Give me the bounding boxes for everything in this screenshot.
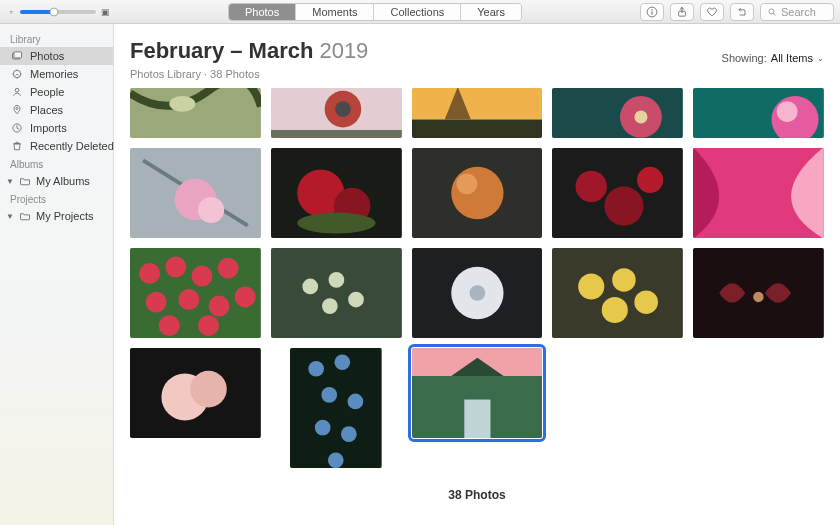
svg-point-45 xyxy=(218,258,239,279)
photo-thumb-selected[interactable] xyxy=(412,348,543,438)
svg-point-22 xyxy=(635,110,648,123)
svg-point-13 xyxy=(169,96,195,112)
sidebar-item-memories[interactable]: Memories xyxy=(0,65,113,83)
svg-point-38 xyxy=(605,186,644,225)
svg-point-43 xyxy=(165,256,186,277)
svg-point-51 xyxy=(198,315,219,336)
photo-stack-icon xyxy=(10,49,24,63)
svg-point-62 xyxy=(613,268,637,292)
svg-point-54 xyxy=(328,272,344,288)
photo-row xyxy=(130,348,824,468)
svg-point-34 xyxy=(451,167,503,219)
search-icon xyxy=(767,7,777,17)
tab-collections[interactable]: Collections xyxy=(374,4,461,20)
svg-rect-80 xyxy=(464,400,490,438)
svg-rect-60 xyxy=(552,248,683,338)
photo-thumb[interactable] xyxy=(693,248,824,338)
sidebar-heading-albums: Albums xyxy=(0,155,113,172)
sidebar-item-imports[interactable]: Imports xyxy=(0,119,113,137)
svg-point-73 xyxy=(322,387,338,403)
zoom-track[interactable] xyxy=(20,10,96,14)
page-title: February – March2019 xyxy=(130,38,368,64)
zoom-thumb[interactable] xyxy=(50,7,59,16)
title-range: February – March xyxy=(130,38,313,63)
svg-point-56 xyxy=(348,292,364,308)
rotate-button[interactable] xyxy=(730,3,754,21)
svg-point-53 xyxy=(302,279,318,295)
svg-point-32 xyxy=(297,213,375,234)
sidebar-item-label: Photos xyxy=(30,50,64,62)
svg-rect-20 xyxy=(552,88,683,138)
photo-thumb[interactable] xyxy=(271,88,402,138)
favorite-button[interactable] xyxy=(700,3,724,21)
svg-point-64 xyxy=(635,290,659,314)
zoom-slider[interactable]: ▫ ▣ xyxy=(6,7,110,17)
folder-icon xyxy=(18,209,32,223)
svg-point-37 xyxy=(576,171,607,202)
photo-thumb[interactable] xyxy=(130,248,261,338)
svg-point-10 xyxy=(16,107,18,109)
svg-point-49 xyxy=(235,286,256,307)
svg-point-39 xyxy=(637,167,663,193)
sidebar-item-label: My Albums xyxy=(36,175,90,187)
search-input[interactable]: Search xyxy=(760,3,834,21)
sidebar-item-places[interactable]: Places xyxy=(0,101,113,119)
toolbar-right: Search xyxy=(640,3,834,21)
photo-thumb[interactable] xyxy=(130,88,261,138)
info-button[interactable] xyxy=(640,3,664,21)
showing-value: All Items xyxy=(771,52,813,64)
sidebar-item-label: People xyxy=(30,86,64,98)
photo-thumb[interactable] xyxy=(412,248,543,338)
svg-rect-17 xyxy=(271,130,402,138)
sidebar-item-my-projects[interactable]: ▼ My Projects xyxy=(0,207,113,225)
share-button[interactable] xyxy=(670,3,694,21)
photo-thumb[interactable] xyxy=(412,88,543,138)
svg-point-63 xyxy=(602,297,628,323)
svg-point-28 xyxy=(198,197,224,223)
rotate-icon xyxy=(736,6,748,18)
showing-filter[interactable]: Showing: All Items ⌄ xyxy=(722,52,824,64)
svg-point-66 xyxy=(753,292,763,302)
photo-thumb[interactable] xyxy=(693,148,824,238)
share-icon xyxy=(676,6,688,18)
photo-thumb[interactable] xyxy=(552,148,683,238)
svg-point-1 xyxy=(651,9,653,11)
photo-thumb[interactable] xyxy=(130,348,261,438)
sidebar-heading-library: Library xyxy=(0,30,113,47)
sidebar-item-label: My Projects xyxy=(36,210,93,222)
photo-thumb[interactable] xyxy=(271,248,402,338)
sidebar-item-recently-deleted[interactable]: Recently Deleted xyxy=(0,137,113,155)
photo-thumb[interactable] xyxy=(552,88,683,138)
sidebar-item-people[interactable]: People xyxy=(0,83,113,101)
info-icon xyxy=(646,6,658,18)
view-segment: Photos Moments Collections Years xyxy=(228,3,522,21)
svg-point-35 xyxy=(456,173,477,194)
sidebar-item-my-albums[interactable]: ▼ My Albums xyxy=(0,172,113,190)
tab-photos[interactable]: Photos xyxy=(229,4,296,20)
svg-rect-2 xyxy=(651,11,652,14)
zoom-out-icon: ▫ xyxy=(6,7,16,17)
svg-point-48 xyxy=(208,296,229,317)
photo-thumb-portrait[interactable] xyxy=(290,348,382,468)
svg-point-75 xyxy=(315,420,331,436)
sidebar-item-label: Recently Deleted xyxy=(30,140,114,152)
tab-moments[interactable]: Moments xyxy=(296,4,374,20)
sidebar-heading-projects: Projects xyxy=(0,190,113,207)
photo-thumb[interactable] xyxy=(412,148,543,238)
photo-thumb[interactable] xyxy=(693,88,824,138)
photo-thumb[interactable] xyxy=(130,148,261,238)
sidebar-item-photos[interactable]: Photos xyxy=(0,47,113,65)
svg-point-42 xyxy=(139,263,160,284)
folder-icon xyxy=(18,174,32,188)
svg-point-77 xyxy=(328,452,344,468)
tab-years[interactable]: Years xyxy=(461,4,521,20)
svg-rect-52 xyxy=(271,248,402,338)
photo-thumb[interactable] xyxy=(271,148,402,238)
photo-thumb[interactable] xyxy=(552,248,683,338)
toolbar: ▫ ▣ Photos Moments Collections Years Sea… xyxy=(0,0,840,24)
search-placeholder: Search xyxy=(781,6,816,18)
sidebar: Library Photos Memories People Places Im… xyxy=(0,24,114,525)
memories-icon xyxy=(10,67,24,81)
svg-point-55 xyxy=(322,298,338,314)
page-subtitle: Photos Library · 38 Photos xyxy=(130,68,824,80)
